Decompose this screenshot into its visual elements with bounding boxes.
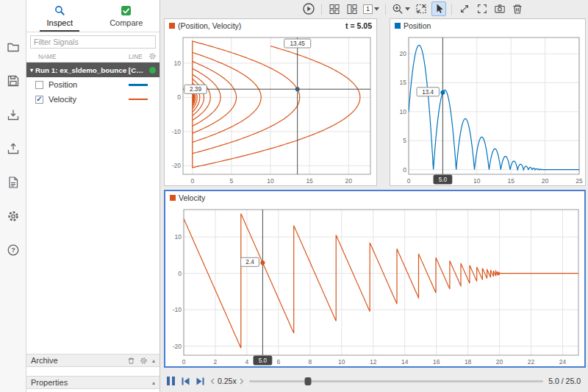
svg-text:20: 20 — [542, 177, 549, 185]
svg-text:0: 0 — [407, 177, 411, 185]
plot-grid: (Position, Velocity) t = 5.05 05101520-2… — [160, 18, 588, 370]
svg-text:-20: -20 — [172, 162, 182, 169]
svg-text:20: 20 — [345, 177, 353, 185]
svg-text:0: 0 — [178, 270, 182, 277]
column-header-name: NAME — [38, 53, 57, 60]
svg-text:18: 18 — [465, 358, 472, 366]
svg-text:13.45: 13.45 — [290, 40, 305, 47]
plot-title: (Position, Velocity) — [178, 21, 241, 30]
simulate-button[interactable] — [301, 1, 316, 16]
diagonal-arrows-icon — [459, 3, 470, 15]
run-label: Run 1: ex_sldemo_bounce [Current] — [35, 66, 146, 74]
tab-compare[interactable]: Compare — [93, 0, 160, 32]
filter-signals-input[interactable] — [30, 35, 156, 49]
properties-label: Properties — [31, 378, 68, 387]
svg-text:?: ? — [11, 246, 15, 254]
gear-icon — [7, 210, 20, 223]
step-forward-icon — [196, 377, 205, 385]
sidebar: Inspect Compare NAME LINE ▾ Run 1: ex_sl… — [26, 0, 160, 392]
fullscreen-button[interactable] — [475, 1, 490, 16]
step-forward-button[interactable] — [196, 377, 205, 385]
save-icon — [7, 74, 20, 88]
properties-collapse-icon[interactable]: ▴ — [152, 379, 155, 386]
column-settings-gear-icon[interactable] — [148, 52, 157, 60]
import-icon — [7, 108, 20, 121]
playback-slider-handle[interactable] — [304, 377, 311, 385]
snapshot-button[interactable] — [492, 1, 507, 16]
zoom-in-button[interactable] — [391, 1, 411, 16]
pause-icon — [166, 376, 176, 386]
properties-section-header[interactable]: Properties ▴ — [26, 376, 159, 389]
position-checkbox[interactable] — [35, 81, 43, 89]
run-status-dot — [149, 67, 156, 74]
phase-plot-canvas[interactable]: 05101520-20-1001013.452.39 — [165, 32, 376, 185]
velocity-checkbox[interactable]: ✓ — [35, 96, 43, 104]
archive-collapse-icon[interactable]: ▴ — [152, 357, 155, 364]
speed-down-button[interactable] — [210, 378, 215, 385]
save-button[interactable] — [5, 74, 21, 88]
svg-text:20: 20 — [400, 50, 407, 57]
svg-text:2.39: 2.39 — [190, 86, 201, 93]
trash-icon — [512, 3, 523, 15]
svg-text:10: 10 — [338, 358, 345, 366]
svg-text:5.0: 5.0 — [439, 177, 448, 183]
velocity-plot-canvas[interactable]: 024681012141618202224-20-100102.45.0 — [165, 204, 584, 366]
svg-text:0: 0 — [190, 177, 194, 185]
layout-count-button[interactable]: 1 — [362, 1, 380, 16]
layout-custom-button[interactable] — [345, 1, 359, 16]
collapse-expander-icon[interactable]: ▾ — [30, 67, 33, 74]
signal-line-sample — [129, 99, 148, 100]
archive-content-area — [26, 367, 159, 376]
svg-text:20: 20 — [496, 358, 503, 366]
svg-text:10: 10 — [473, 177, 481, 185]
open-button[interactable] — [5, 40, 21, 54]
cursor-time-readout: t = 5.05 — [345, 21, 372, 30]
tab-inspect-label: Inspect — [47, 18, 73, 27]
pointer-tool-button[interactable] — [431, 1, 446, 16]
svg-text:10: 10 — [175, 233, 182, 240]
fit-to-view-button[interactable] — [414, 1, 429, 16]
clear-plots-button[interactable] — [510, 1, 525, 16]
speed-value: 0.25x — [218, 377, 237, 385]
plot-title: Position — [404, 21, 431, 30]
main-area: 1 — [160, 0, 588, 392]
position-plot-title-bar: Position — [390, 19, 585, 32]
position-plot-canvas[interactable]: 05101520250510152013.45.0 — [390, 32, 585, 185]
signal-table-header: NAME LINE — [26, 51, 159, 63]
import-button[interactable] — [5, 107, 21, 122]
filter-row — [26, 32, 159, 51]
svg-text:12: 12 — [370, 358, 377, 366]
signal-row-position[interactable]: Position — [26, 77, 159, 92]
help-button[interactable]: ? — [5, 243, 21, 257]
archive-section-header[interactable]: Archive ▴ — [26, 354, 159, 367]
tab-inspect[interactable]: Inspect — [26, 0, 93, 32]
signal-name: Position — [49, 80, 77, 89]
chevron-right-icon — [240, 378, 244, 385]
pause-button[interactable] — [166, 376, 176, 386]
plot-title: Velocity — [179, 193, 205, 202]
expand-plot-button[interactable] — [457, 1, 472, 16]
svg-text:15: 15 — [306, 177, 313, 185]
svg-text:0: 0 — [182, 358, 186, 366]
archive-gear-icon[interactable] — [140, 357, 148, 365]
archive-trash-icon[interactable] — [127, 357, 135, 365]
svg-text:10: 10 — [400, 108, 407, 115]
zoom-in-icon — [392, 3, 404, 15]
export-button[interactable] — [5, 141, 21, 156]
layout-grid-button[interactable] — [327, 1, 342, 16]
step-back-button[interactable] — [181, 377, 190, 385]
camera-icon — [494, 3, 506, 15]
signal-row-velocity[interactable]: ✓ Velocity — [26, 92, 159, 107]
velocity-plot-panel: Velocity 024681012141618202224-20-100102… — [164, 190, 586, 368]
simulation-data-inspector-window: ? Inspect Compare NAME LINE ▾ Run 1: e — [0, 0, 588, 392]
playback-slider[interactable] — [249, 376, 544, 386]
svg-text:16: 16 — [433, 358, 440, 366]
run-row[interactable]: ▾ Run 1: ex_sldemo_bounce [Current] — [26, 63, 159, 77]
signal-list-empty-area — [26, 107, 159, 354]
column-header-line: LINE — [129, 53, 143, 60]
preferences-button[interactable] — [5, 209, 21, 224]
tab-compare-label: Compare — [110, 18, 143, 27]
report-button[interactable] — [5, 175, 21, 190]
speed-up-button[interactable] — [240, 378, 244, 385]
svg-text:15: 15 — [400, 79, 407, 86]
